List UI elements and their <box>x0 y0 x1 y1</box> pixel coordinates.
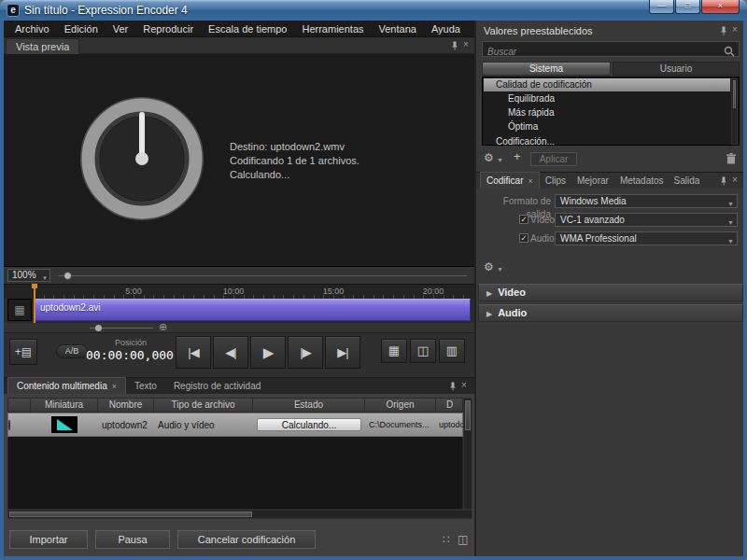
maximize-button[interactable]: □ <box>675 0 700 14</box>
format-dropdown[interactable]: Windows Media ▼ <box>555 194 738 208</box>
video-codec-dropdown[interactable]: VC-1 avanzado ▼ <box>555 213 738 227</box>
scrollbar-thumb[interactable] <box>733 80 736 108</box>
column-header-miniatura[interactable]: Miniatura <box>31 399 98 412</box>
split-view-button[interactable]: ◫ <box>410 339 436 363</box>
menu-archivo[interactable]: Archivo <box>7 22 57 35</box>
add-source-button[interactable]: +▤ <box>9 339 37 365</box>
film-view-button[interactable]: ▥ <box>439 339 465 363</box>
zoom-slider-track[interactable] <box>58 275 467 276</box>
play-button[interactable]: ▶ <box>250 336 286 369</box>
chevron-down-icon[interactable]: ▼ <box>497 157 503 163</box>
importar-button[interactable]: Importar <box>9 530 88 549</box>
tab-mejorar[interactable]: Mejorar <box>571 173 614 189</box>
scrollbar-thumb[interactable] <box>9 511 252 517</box>
tab-codificar[interactable]: Codificar× <box>480 172 540 189</box>
preset-item-optima[interactable]: Óptima <box>484 120 730 133</box>
tab-salida[interactable]: Salida <box>669 173 705 189</box>
search-input[interactable] <box>483 45 739 59</box>
transport-bar: +▤ A/B Posición 00:00:00,000 |◀ ◀| ▶ |▶ … <box>4 332 474 377</box>
section-audio-label: Audio <box>498 307 527 318</box>
panel-layout-icon[interactable]: ◫ <box>458 533 468 546</box>
cancelar-codificacion-button[interactable]: Cancelar codificación <box>177 530 316 549</box>
media-table-body[interactable] <box>7 437 463 510</box>
tab-texto[interactable]: Texto <box>126 378 165 394</box>
grid-view-button[interactable]: ▦ <box>381 339 407 363</box>
tab-contenido-multimedia[interactable]: Contenido multimedia× <box>7 377 126 394</box>
pin-icon[interactable] <box>450 41 459 52</box>
menu-edicion[interactable]: Edición <box>57 22 106 35</box>
search-icon[interactable] <box>724 44 735 61</box>
vertical-scrollbar[interactable] <box>463 398 472 510</box>
gear-icon[interactable]: ⚙ <box>484 261 494 273</box>
aplicar-button[interactable]: Aplicar <box>530 152 577 166</box>
timeline-zoom-slider-thumb[interactable] <box>95 325 102 331</box>
scrollbar-thumb[interactable] <box>465 400 471 430</box>
minimize-button[interactable]: — <box>649 0 674 14</box>
audio-codec-dropdown[interactable]: WMA Professional ▼ <box>555 231 738 245</box>
column-header-tipo[interactable]: Tipo de archivo <box>154 399 253 412</box>
preset-item-equilibrada[interactable]: Equilibrada <box>484 92 730 105</box>
close-icon[interactable]: × <box>732 25 738 35</box>
ab-compare-button[interactable]: A/B <box>56 344 88 358</box>
chevron-down-icon: ▼ <box>42 273 48 284</box>
menu-ayuda[interactable]: Ayuda <box>424 22 468 35</box>
step-forward-button[interactable]: |▶ <box>288 336 323 369</box>
tree-scrollbar[interactable] <box>731 78 738 145</box>
zoom-select[interactable]: 100% ▼ <box>7 269 50 282</box>
zoom-slider-thumb[interactable] <box>63 272 72 280</box>
close-icon[interactable]: × <box>732 175 738 185</box>
horizontal-scrollbar[interactable] <box>7 510 472 519</box>
playhead[interactable] <box>34 284 35 323</box>
grid-dots-icon[interactable]: ∷ <box>443 533 450 546</box>
preset-item-mas-rapida[interactable]: Más rápida <box>484 106 730 119</box>
titlebar[interactable]: e Sin título - Expression Encoder 4 — □ … <box>0 0 747 21</box>
chevron-down-icon[interactable]: ▼ <box>497 266 503 273</box>
timeline-clip[interactable]: uptodown2.avi <box>34 299 471 321</box>
go-to-end-button[interactable]: ▶| <box>325 336 360 369</box>
step-back-button[interactable]: ◀| <box>213 336 248 369</box>
format-value: Windows Media <box>560 196 627 206</box>
pausa-button[interactable]: Pausa <box>95 530 170 549</box>
media-table-header: Miniatura Nombre Tipo de archivo Estado … <box>7 398 463 413</box>
close-button[interactable]: × <box>701 0 740 14</box>
menu-escala-de-tiempo[interactable]: Escala de tiempo <box>201 22 294 35</box>
timeline-ruler[interactable]: 5:00 10:00 15:00 20:00 <box>4 284 474 299</box>
gear-icon[interactable]: ⚙ <box>484 152 494 163</box>
column-header-nombre[interactable]: Nombre <box>98 399 154 412</box>
tab-close-icon[interactable]: × <box>112 382 117 391</box>
close-icon[interactable]: × <box>461 381 467 390</box>
pin-icon[interactable] <box>448 382 458 393</box>
section-video[interactable]: ▶Video <box>478 284 743 301</box>
preview-zoom-bar: 100% ▼ <box>4 267 474 284</box>
preset-group-clipped[interactable]: Codificación... <box>484 135 730 146</box>
close-icon[interactable]: × <box>463 40 469 49</box>
menu-ver[interactable]: Ver <box>106 22 136 35</box>
delete-preset-icon[interactable] <box>726 151 736 168</box>
tab-usuario[interactable]: Usuario <box>613 62 740 76</box>
audio-checkbox[interactable]: ✓ <box>519 233 529 243</box>
tab-close-icon[interactable]: × <box>528 176 532 186</box>
preset-group-selected[interactable]: Calidad de codificación <box>484 78 730 91</box>
pin-icon[interactable] <box>719 26 728 37</box>
column-header-destino[interactable]: D <box>436 399 464 412</box>
menu-herramientas[interactable]: Herramientas <box>294 22 371 35</box>
add-preset-icon[interactable]: + <box>514 149 521 163</box>
pin-icon[interactable] <box>719 176 728 188</box>
status-progress: Codificando 1 de 1 archivos. <box>230 154 359 168</box>
go-to-begin-button[interactable]: |◀ <box>176 336 211 369</box>
tab-sistema[interactable]: Sistema <box>482 62 611 76</box>
menu-ventana[interactable]: Ventana <box>372 22 424 35</box>
column-header-origen[interactable]: Origen <box>365 399 436 412</box>
tab-registro-actividad[interactable]: Registro de actividad <box>165 378 269 394</box>
video-checkbox[interactable]: ✓ <box>519 215 529 224</box>
menu-reproducir[interactable]: Reproducir <box>135 22 201 35</box>
tab-vista-previa[interactable]: Vista previa <box>6 38 79 55</box>
chevron-right-icon: ▶ <box>486 310 492 318</box>
column-header-estado[interactable]: Estado <box>253 399 365 412</box>
table-row[interactable]: uptodown2 Audio y vídeo Calculando... C:… <box>7 413 463 437</box>
section-audio[interactable]: ▶Audio <box>478 304 743 322</box>
timeline-toolbar-strip: ⊕ <box>4 323 474 332</box>
filmstrip-icon[interactable]: ▦ <box>7 299 32 321</box>
tab-metadatos[interactable]: Metadatos <box>614 173 669 189</box>
tab-clips[interactable]: Clips <box>540 173 571 189</box>
